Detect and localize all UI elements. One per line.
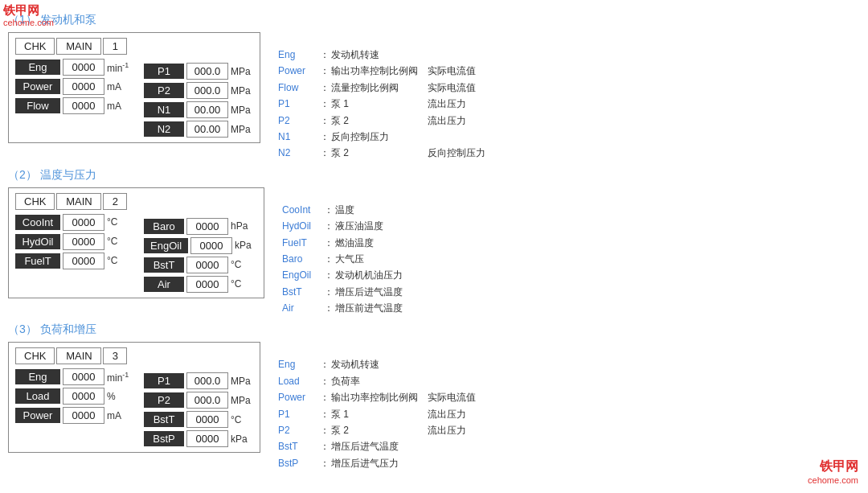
legend-key-3-0: Eng xyxy=(278,356,320,372)
num-cell-1: 1 xyxy=(103,38,127,55)
left-data-row-3-1: Load0000% xyxy=(15,388,129,405)
legend-row-2-3: Baro：大气压 xyxy=(282,251,432,267)
legend-row-2-1: HydOil：液压油温度 xyxy=(282,218,432,234)
legend-colon-1-5: ： xyxy=(320,129,331,145)
legend-desc-1-2: 流量控制比例阀 xyxy=(331,80,428,96)
left-unit-3-0: min-1 xyxy=(107,371,129,384)
left-value-2-2: 0000 xyxy=(63,253,104,269)
legend-row-1-5: N1：反向控制压力 xyxy=(278,129,485,145)
watermark-top-line2: cehome.com xyxy=(3,18,54,28)
panel-left-3: CHKMAIN3Eng0000min-1Load0000%Power0000mA xyxy=(15,347,129,447)
legend-row-1-6: N2：泵 2反向控制压力 xyxy=(278,145,485,161)
right-unit-1-1: MPa xyxy=(231,85,253,97)
legend-row-3-0: Eng：发动机转速 xyxy=(278,356,476,372)
num-cell-3: 3 xyxy=(103,347,127,364)
left-label-2-2: FuelT xyxy=(15,253,60,269)
right-label-2-0: Baro xyxy=(144,219,184,234)
legend-key-1-2: Flow xyxy=(278,80,320,96)
left-value-2-1: 0000 xyxy=(63,233,104,250)
right-value-2-2: 0000 xyxy=(186,257,228,273)
section-1: （1） 发动机和泵CHKMAIN1Eng0000min-1Power0000mA… xyxy=(8,13,860,162)
legend-row-2-0: CooInt：温度 xyxy=(282,202,432,218)
legend-row-2-5: BstT：增压后进气温度 xyxy=(282,284,432,300)
left-value-3-0: 0000 xyxy=(63,368,104,385)
legend-desc-3-1: 负荷率 xyxy=(331,373,428,389)
legend-row-3-6: BstP：增压后进气压力 xyxy=(278,455,476,471)
legend-colon-3-6: ： xyxy=(320,455,331,471)
legend-colon-3-4: ： xyxy=(320,422,331,438)
legend-desc-2-3: 大气压 xyxy=(335,251,432,267)
legend-row-1-2: Flow：流量控制比例阀实际电流值 xyxy=(278,80,485,96)
right-value-2-3: 0000 xyxy=(186,276,228,293)
section-row-1: CHKMAIN1Eng0000min-1Power0000mAFlow0000m… xyxy=(8,32,860,162)
panel-right-2: Baro0000hPaEngOil0000kPaBstT0000°CAir000… xyxy=(144,193,257,293)
right-data-row-2-1: EngOil0000kPa xyxy=(144,237,257,254)
legend-key-2-4: EngOil xyxy=(282,267,324,283)
legend-extra-3-2: 实际电流值 xyxy=(428,389,476,405)
legend-colon-2-2: ： xyxy=(324,235,335,251)
legend-key-2-3: Baro xyxy=(282,251,324,267)
left-unit-1-0: min-1 xyxy=(107,61,129,74)
section-title-3: （3） 负荷和增压 xyxy=(8,323,860,337)
left-value-1-0: 0000 xyxy=(63,59,104,76)
legend-extra-1-4: 流出压力 xyxy=(428,113,466,129)
right-data-row-1-1: P2000.0MPa xyxy=(144,82,253,99)
right-data-row-1-3: N200.00MPa xyxy=(144,121,253,138)
section-row-3: CHKMAIN3Eng0000min-1Load0000%Power0000mA… xyxy=(8,342,860,471)
legend-key-1-4: P2 xyxy=(278,113,320,129)
legend-row-1-0: Eng：发动机转速 xyxy=(278,47,485,63)
legend-key-2-6: Air xyxy=(282,300,324,316)
legend-colon-2-6: ： xyxy=(324,300,335,316)
right-value-3-0: 000.0 xyxy=(186,372,228,389)
legend-key-1-1: Power xyxy=(278,63,320,79)
right-label-3-0: P1 xyxy=(144,373,184,388)
legend-desc-2-0: 温度 xyxy=(335,202,432,218)
right-value-2-1: 0000 xyxy=(190,237,232,254)
panel-inner-1: CHKMAIN1Eng0000min-1Power0000mAFlow0000m… xyxy=(15,38,253,138)
watermark-top-line1: 铁甲网 xyxy=(3,3,54,18)
right-value-2-0: 0000 xyxy=(186,218,228,235)
left-data-row-3-0: Eng0000min-1 xyxy=(15,368,129,385)
right-unit-2-0: hPa xyxy=(231,220,253,232)
right-unit-1-2: MPa xyxy=(231,105,253,116)
legend-row-3-1: Load：负荷率 xyxy=(278,373,476,389)
section-3: （3） 负荷和增压CHKMAIN3Eng0000min-1Load0000%Po… xyxy=(8,323,860,471)
legend-key-1-0: Eng xyxy=(278,47,320,63)
watermark-bottom-line2: cehome.com xyxy=(808,475,858,485)
left-label-2-0: CooInt xyxy=(15,215,60,230)
right-data-row-2-3: Air0000°C xyxy=(144,276,257,293)
legend-key-2-2: FuelT xyxy=(282,235,324,251)
left-data-row-3-2: Power0000mA xyxy=(15,407,129,424)
legend-row-3-3: P1：泵 1流出压力 xyxy=(278,406,476,422)
right-data-row-1-2: N100.00MPa xyxy=(144,101,253,118)
legend-colon-1-2: ： xyxy=(320,80,331,96)
panel-left-2: CHKMAIN2CooInt0000°CHydOil0000°CFuelT000… xyxy=(15,193,129,293)
right-value-1-0: 000.0 xyxy=(186,63,228,80)
right-label-1-0: P1 xyxy=(144,64,184,79)
legend-desc-2-6: 增压前进气温度 xyxy=(335,300,432,316)
legend-key-3-2: Power xyxy=(278,389,320,405)
left-unit-2-2: °C xyxy=(107,255,129,266)
left-data-row-2-1: HydOil0000°C xyxy=(15,233,129,250)
right-label-2-2: BstT xyxy=(144,257,184,273)
right-label-1-1: P2 xyxy=(144,83,184,98)
left-unit-3-1: % xyxy=(107,391,129,402)
right-unit-2-1: kPa xyxy=(235,240,257,251)
legend-extra-1-2: 实际电流值 xyxy=(428,80,476,96)
legend-colon-3-0: ： xyxy=(320,356,331,372)
panel-header-1: CHKMAIN1 xyxy=(15,38,129,55)
right-data-row-3-1: P2000.0MPa xyxy=(144,392,253,409)
right-data-row-3-0: P1000.0MPa xyxy=(144,372,253,389)
left-value-1-2: 0000 xyxy=(63,97,104,114)
panel-box-3: CHKMAIN3Eng0000min-1Load0000%Power0000mA… xyxy=(8,342,260,453)
right-data-row-2-0: Baro0000hPa xyxy=(144,218,257,235)
panel-inner-3: CHKMAIN3Eng0000min-1Load0000%Power0000mA… xyxy=(15,347,253,447)
legend-desc-1-1: 输出功率控制比例阀 xyxy=(331,63,428,79)
legend-key-3-6: BstP xyxy=(278,455,320,471)
left-label-3-2: Power xyxy=(15,408,60,423)
right-value-1-3: 00.00 xyxy=(186,121,228,138)
main-container: （1） 发动机和泵CHKMAIN1Eng0000min-1Power0000mA… xyxy=(0,0,868,479)
legend-row-1-1: Power：输出功率控制比例阀实际电流值 xyxy=(278,63,485,79)
left-data-row-1-0: Eng0000min-1 xyxy=(15,59,129,76)
right-value-1-1: 000.0 xyxy=(186,82,228,99)
